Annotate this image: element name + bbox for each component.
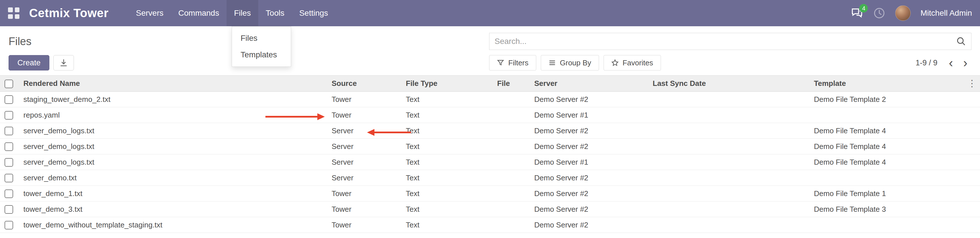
cell-template[interactable]: [808, 217, 980, 233]
cell-template[interactable]: Demo File Template 4: [808, 123, 980, 139]
table-row[interactable]: repos.yaml Tower Text Demo Server #1: [0, 107, 980, 123]
cell-rendered-name[interactable]: server_demo_logs.txt: [18, 154, 326, 170]
col-file[interactable]: File: [492, 76, 528, 92]
cell-file[interactable]: [492, 170, 528, 186]
cell-template[interactable]: [808, 170, 980, 186]
table-row[interactable]: server_demo_logs.txt Server Text Demo Se…: [0, 154, 980, 170]
pager-next-button[interactable]: ›: [959, 57, 971, 69]
optional-columns-toggle-icon[interactable]: ⋮: [967, 78, 977, 89]
cell-template[interactable]: Demo File Template 2: [808, 92, 980, 107]
cell-source[interactable]: Server: [326, 170, 400, 186]
dropdown-item-files[interactable]: Files: [232, 30, 291, 46]
col-server[interactable]: Server: [528, 76, 647, 92]
menu-tools[interactable]: Tools: [258, 0, 292, 26]
cell-file-type[interactable]: Text: [400, 139, 492, 154]
col-last-sync-date[interactable]: Last Sync Date: [647, 76, 808, 92]
row-checkbox[interactable]: [5, 158, 13, 167]
row-checkbox[interactable]: [5, 189, 13, 198]
filters-button[interactable]: Filters: [489, 55, 536, 70]
cell-source[interactable]: Tower: [326, 202, 400, 217]
cell-file-type[interactable]: Text: [400, 170, 492, 186]
cell-file-type[interactable]: Text: [400, 202, 492, 217]
select-all-checkbox[interactable]: [5, 79, 13, 88]
cell-server[interactable]: Demo Server #1: [528, 154, 647, 170]
cell-file[interactable]: [492, 123, 528, 139]
cell-file[interactable]: [492, 202, 528, 217]
cell-last-sync-date[interactable]: [647, 107, 808, 123]
cell-file-type[interactable]: Text: [400, 107, 492, 123]
cell-source[interactable]: Tower: [326, 217, 400, 233]
cell-last-sync-date[interactable]: [647, 154, 808, 170]
favorites-button[interactable]: Favorites: [604, 55, 661, 70]
cell-file-type[interactable]: Text: [400, 92, 492, 107]
cell-file[interactable]: [492, 154, 528, 170]
col-source[interactable]: Source: [326, 76, 400, 92]
cell-server[interactable]: Demo Server #2: [528, 123, 647, 139]
row-checkbox[interactable]: [5, 111, 13, 120]
row-checkbox[interactable]: [5, 221, 13, 229]
cell-source[interactable]: Server: [326, 139, 400, 154]
cell-file[interactable]: [492, 107, 528, 123]
col-file-type[interactable]: File Type: [400, 76, 492, 92]
table-row[interactable]: server_demo_logs.txt Server Text Demo Se…: [0, 123, 980, 139]
cell-source[interactable]: Tower: [326, 186, 400, 202]
cell-server[interactable]: Demo Server #2: [528, 217, 647, 233]
user-menu[interactable]: Mitchell Admin: [920, 9, 972, 18]
cell-template[interactable]: Demo File Template 1: [808, 186, 980, 202]
cell-last-sync-date[interactable]: [647, 139, 808, 154]
group-by-button[interactable]: Group By: [541, 55, 599, 70]
cell-file-type[interactable]: Text: [400, 186, 492, 202]
menu-settings[interactable]: Settings: [292, 0, 335, 26]
cell-rendered-name[interactable]: server_demo_logs.txt: [18, 139, 326, 154]
cell-file[interactable]: [492, 92, 528, 107]
user-avatar[interactable]: [895, 5, 911, 21]
cell-last-sync-date[interactable]: [647, 92, 808, 107]
cell-source[interactable]: Tower: [326, 107, 400, 123]
cell-template[interactable]: Demo File Template 3: [808, 202, 980, 217]
cell-server[interactable]: Demo Server #2: [528, 92, 647, 107]
messages-button[interactable]: 4: [851, 8, 863, 19]
menu-commands[interactable]: Commands: [171, 0, 227, 26]
cell-last-sync-date[interactable]: [647, 202, 808, 217]
cell-last-sync-date[interactable]: [647, 170, 808, 186]
table-row[interactable]: tower_demo_without_template_staging.txt …: [0, 217, 980, 233]
col-template[interactable]: Template: [808, 76, 980, 92]
cell-rendered-name[interactable]: server_demo.txt: [18, 170, 326, 186]
cell-source[interactable]: Tower: [326, 92, 400, 107]
cell-source[interactable]: Server: [326, 154, 400, 170]
table-row[interactable]: server_demo.txt Server Text Demo Server …: [0, 170, 980, 186]
row-checkbox[interactable]: [5, 174, 13, 182]
activity-clock-icon[interactable]: [873, 7, 886, 19]
cell-last-sync-date[interactable]: [647, 217, 808, 233]
cell-template[interactable]: Demo File Template 4: [808, 154, 980, 170]
menu-files[interactable]: Files: [227, 0, 258, 26]
cell-rendered-name[interactable]: tower_demo_1.txt: [18, 186, 326, 202]
cell-file-type[interactable]: Text: [400, 123, 492, 139]
cell-rendered-name[interactable]: staging_tower_demo_2.txt: [18, 92, 326, 107]
row-checkbox[interactable]: [5, 205, 13, 214]
row-checkbox[interactable]: [5, 143, 13, 151]
cell-file-type[interactable]: Text: [400, 217, 492, 233]
cell-rendered-name[interactable]: repos.yaml: [18, 107, 326, 123]
search-icon[interactable]: [956, 36, 966, 46]
table-row[interactable]: staging_tower_demo_2.txt Tower Text Demo…: [0, 92, 980, 107]
create-button[interactable]: Create: [9, 55, 49, 70]
cell-server[interactable]: Demo Server #2: [528, 186, 647, 202]
cell-template[interactable]: Demo File Template 4: [808, 139, 980, 154]
row-checkbox[interactable]: [5, 127, 13, 135]
cell-source[interactable]: Server: [326, 123, 400, 139]
apps-grid-icon[interactable]: [8, 8, 19, 19]
cell-server[interactable]: Demo Server #2: [528, 202, 647, 217]
table-row[interactable]: tower_demo_1.txt Tower Text Demo Server …: [0, 186, 980, 202]
table-row[interactable]: tower_demo_3.txt Tower Text Demo Server …: [0, 202, 980, 217]
pager-previous-button[interactable]: ‹: [945, 57, 957, 69]
dropdown-item-templates[interactable]: Templates: [232, 46, 291, 63]
export-download-button[interactable]: [53, 55, 74, 70]
menu-servers[interactable]: Servers: [129, 0, 171, 26]
cell-rendered-name[interactable]: tower_demo_without_template_staging.txt: [18, 217, 326, 233]
cell-file[interactable]: [492, 217, 528, 233]
cell-server[interactable]: Demo Server #2: [528, 139, 647, 154]
cell-file[interactable]: [492, 186, 528, 202]
cell-file[interactable]: [492, 139, 528, 154]
cell-server[interactable]: Demo Server #1: [528, 107, 647, 123]
